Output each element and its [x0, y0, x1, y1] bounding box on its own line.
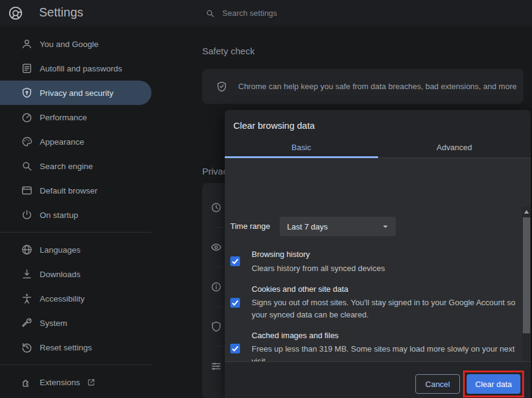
browsing-history-checkbox[interactable] — [230, 256, 240, 266]
speedometer-icon — [21, 111, 33, 123]
browser-window-icon — [21, 184, 33, 197]
sidebar-divider — [0, 364, 151, 365]
sidebar-item-label: Performance — [40, 113, 87, 122]
option-label: Cookies and other site data — [252, 284, 348, 294]
search-icon — [205, 9, 215, 18]
safety-check-text: Chrome can help keep you safe from data … — [238, 82, 517, 91]
cookies-eye-icon[interactable] — [210, 241, 222, 253]
safety-check-card: Chrome can help keep you safe from data … — [202, 69, 523, 104]
sidebar-item-on-startup[interactable]: On startup — [0, 203, 151, 227]
sidebar-item-label: Languages — [40, 245, 81, 255]
shield-icon — [21, 87, 33, 99]
clear-browsing-data-icon[interactable] — [210, 201, 222, 214]
wrench-icon — [21, 317, 33, 329]
page-title: Settings — [39, 5, 83, 20]
sidebar-item-label: Extensions — [40, 378, 80, 387]
scrollbar-thumb[interactable] — [523, 217, 530, 333]
chrome-logo-icon — [8, 5, 23, 21]
clear-browsing-data-dialog: Clear browsing data Basic Advanced Time … — [225, 110, 531, 398]
safety-check-heading: Safety check — [202, 46, 255, 56]
sidebar-item-label: Reset settings — [40, 343, 92, 352]
chrome-settings-page: Settings Search settings You and Google … — [0, 0, 532, 398]
option-description: Signs you out of most sites. You'll stay… — [252, 297, 516, 321]
sidebar-item-label: Appearance — [40, 137, 84, 147]
sidebar-item-languages[interactable]: Languages — [0, 237, 151, 262]
ads-privacy-icon[interactable] — [210, 281, 222, 293]
cached-images-checkbox[interactable] — [230, 344, 240, 353]
sidebar-item-default-browser[interactable]: Default browser — [0, 178, 151, 203]
sidebar-divider — [0, 232, 151, 233]
sidebar-item-label: Autofill and passwords — [40, 64, 122, 73]
sidebar-item-autofill[interactable]: Autofill and passwords — [0, 56, 151, 81]
sidebar-item-performance[interactable]: Performance — [0, 105, 151, 129]
palette-icon — [21, 136, 33, 148]
security-shield-icon[interactable] — [210, 320, 222, 333]
dialog-body: Time range Last 7 days Browsing history … — [225, 158, 531, 361]
sidebar-item-downloads[interactable]: Downloads — [0, 262, 151, 286]
puzzle-icon — [21, 376, 33, 388]
sidebar-item-label: Accessibility — [40, 294, 85, 303]
sidebar-item-label: Downloads — [40, 270, 81, 279]
sidebar-item-label: System — [40, 319, 67, 328]
top-bar: Settings Search settings — [0, 0, 532, 26]
sidebar-item-label: Default browser — [40, 186, 98, 195]
scroll-up-arrow[interactable] — [522, 208, 531, 216]
tab-basic[interactable]: Basic — [225, 137, 378, 158]
option-description: Clears history from all synced devices — [252, 262, 516, 275]
site-settings-tune-icon[interactable] — [210, 360, 222, 372]
sidebar-item-label: Search engine — [40, 162, 93, 171]
restore-icon — [21, 341, 33, 353]
chevron-down-icon — [380, 221, 391, 232]
sidebar-item-label: On startup — [40, 211, 78, 220]
tab-advanced[interactable]: Advanced — [378, 137, 531, 158]
autofill-icon — [21, 62, 33, 74]
sidebar-item-extensions[interactable]: Extensions — [0, 370, 151, 394]
time-range-select[interactable]: Last 7 days — [280, 217, 396, 236]
power-icon — [21, 209, 33, 221]
download-icon — [21, 268, 33, 280]
cancel-button[interactable]: Cancel — [415, 374, 460, 394]
dialog-header: Clear browsing data Basic Advanced — [225, 110, 531, 158]
sidebar-item-privacy-and-security[interactable]: Privacy and security — [0, 81, 151, 105]
clear-data-button[interactable]: Clear data — [467, 374, 520, 394]
magnifier-icon — [21, 160, 33, 172]
time-range-value: Last 7 days — [287, 222, 328, 231]
sidebar-item-you-and-google[interactable]: You and Google — [0, 32, 151, 56]
search-settings-input[interactable]: Search settings — [205, 4, 523, 23]
dialog-footer: Cancel Clear data — [225, 361, 531, 398]
option-label: Browsing history — [252, 250, 310, 259]
shield-check-icon — [216, 81, 228, 93]
globe-icon — [21, 244, 33, 256]
sidebar-item-reset-settings[interactable]: Reset settings — [0, 335, 151, 360]
sidebar-item-accessibility[interactable]: Accessibility — [0, 286, 151, 311]
time-range-label: Time range — [230, 217, 270, 236]
accessibility-icon — [21, 292, 33, 305]
sidebar-item-search-engine[interactable]: Search engine — [0, 154, 151, 178]
search-placeholder: Search settings — [222, 9, 277, 18]
option-label: Cached images and files — [252, 331, 338, 340]
dialog-title: Clear browsing data — [233, 120, 315, 131]
person-icon — [21, 38, 33, 50]
cookies-checkbox[interactable] — [230, 298, 240, 308]
sidebar-item-label: Privacy and security — [40, 89, 114, 98]
open-in-new-icon — [87, 378, 96, 387]
sidebar-item-system[interactable]: System — [0, 311, 151, 335]
sidebar-item-appearance[interactable]: Appearance — [0, 129, 151, 154]
sidebar-item-label: You and Google — [40, 40, 98, 49]
